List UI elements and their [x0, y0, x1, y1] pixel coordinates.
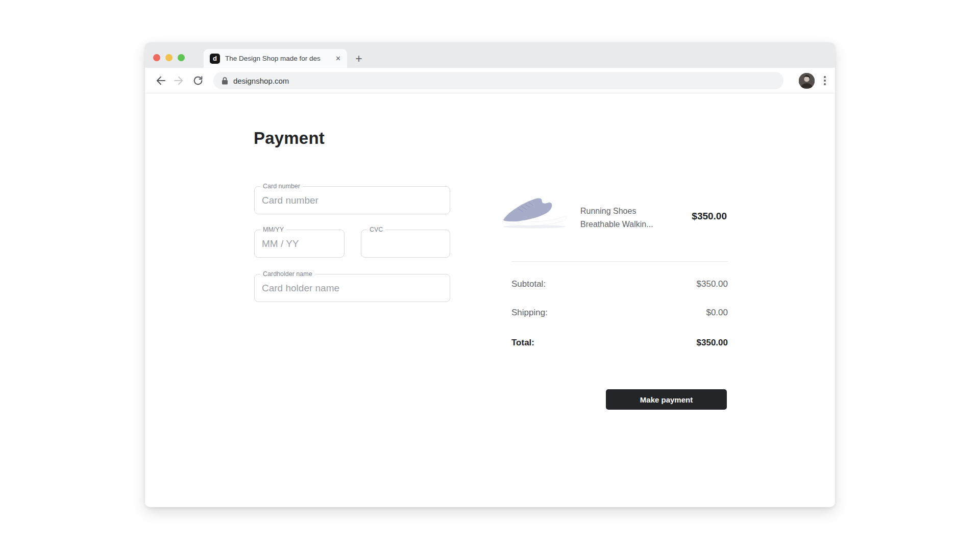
- card-number-field: Card number: [254, 186, 450, 214]
- url-text: designshop.com: [233, 77, 289, 85]
- total-label: Total:: [511, 338, 534, 348]
- total-value: $350.00: [697, 338, 728, 348]
- product-price: $350.00: [607, 211, 727, 222]
- cardholder-input[interactable]: [255, 274, 450, 302]
- browser-tab[interactable]: d The Design Shop made for des ✕: [204, 49, 347, 68]
- cvc-label: CVC: [367, 226, 385, 234]
- tab-title: The Design Shop made for des: [225, 55, 330, 62]
- reload-icon[interactable]: [192, 75, 204, 86]
- subtotal-value: $350.00: [697, 279, 728, 289]
- browser-menu-icon[interactable]: [817, 73, 832, 88]
- subtotal-label: Subtotal:: [511, 279, 546, 289]
- expiry-label: MM/YY: [260, 226, 286, 234]
- new-tab-button[interactable]: +: [351, 51, 366, 66]
- total-row: Total: $350.00: [511, 337, 728, 349]
- browser-toolbar: designshop.com: [145, 68, 835, 93]
- tab-bar: d The Design Shop made for des ✕ +: [145, 42, 835, 68]
- make-payment-button[interactable]: Make payment: [606, 389, 727, 410]
- page-content: Payment Card number MM/YY CVC Cardholder…: [145, 93, 835, 507]
- card-number-input[interactable]: [255, 187, 450, 214]
- browser-window: d The Design Shop made for des ✕ + desig…: [145, 42, 835, 507]
- expiry-input[interactable]: [255, 230, 344, 257]
- window-minimize-button[interactable]: [165, 54, 173, 61]
- expiry-field: MM/YY: [254, 230, 345, 258]
- shipping-value: $0.00: [706, 308, 728, 318]
- card-number-label: Card number: [260, 182, 303, 190]
- tab-close-icon[interactable]: ✕: [335, 55, 341, 62]
- window-zoom-button[interactable]: [178, 54, 185, 61]
- cardholder-field: Cardholder name: [254, 274, 450, 302]
- lock-icon[interactable]: [222, 77, 228, 85]
- profile-avatar[interactable]: [799, 73, 815, 89]
- back-icon[interactable]: [155, 74, 167, 87]
- product-image: [499, 194, 570, 230]
- tab-favicon-icon: d: [210, 54, 220, 64]
- forward-icon[interactable]: [173, 74, 185, 87]
- page-title: Payment: [254, 128, 325, 148]
- cardholder-label: Cardholder name: [260, 270, 315, 278]
- cvc-input[interactable]: [361, 230, 450, 257]
- shipping-row: Shipping: $0.00: [511, 307, 728, 319]
- cvc-field: CVC: [361, 230, 450, 258]
- window-controls: [153, 54, 185, 61]
- subtotal-row: Subtotal: $350.00: [511, 278, 728, 290]
- summary-divider: [511, 261, 728, 262]
- window-close-button[interactable]: [153, 54, 160, 61]
- shipping-label: Shipping:: [511, 308, 548, 318]
- address-bar[interactable]: designshop.com: [213, 72, 783, 89]
